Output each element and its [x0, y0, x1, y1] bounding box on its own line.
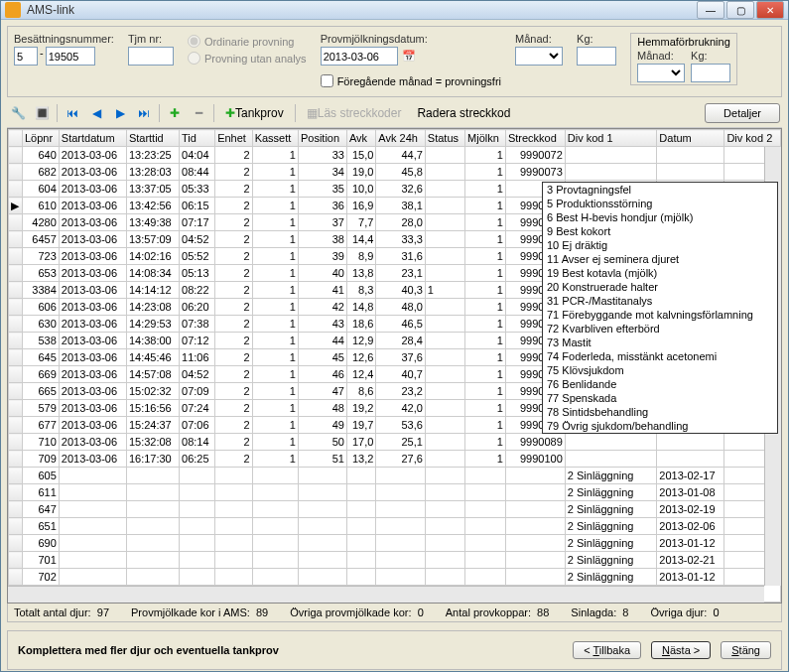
hemma-manad-label: Månad:: [637, 50, 685, 62]
tankprov-button[interactable]: ✚ Tankprov: [220, 104, 289, 122]
hemma-title: Hemmaförbrukning: [637, 36, 730, 48]
provdatum-input[interactable]: [321, 47, 398, 66]
column-header[interactable]: Avk 24h: [376, 130, 426, 147]
foregaende-checkbox[interactable]: [321, 71, 333, 90]
window-title: AMS-link: [27, 3, 697, 17]
provdatum-label: Provmjölkningsdatum:: [321, 33, 501, 45]
dropdown-item[interactable]: 19 Best kotavla (mjölk): [543, 266, 777, 280]
toolbar: 🔧 🔳 ⏮ ◀ ▶ ⏭ ✚ ━ ✚ Tankprov ▦ Läs streckk…: [7, 99, 782, 128]
app-window: AMS-link — ▢ ✕ Besättningsnummer: - Tjm …: [0, 0, 789, 672]
next-icon[interactable]: ▶: [111, 104, 129, 122]
dropdown-item[interactable]: 3 Provtagningsfel: [543, 183, 777, 197]
hemma-kg-input[interactable]: [691, 64, 730, 82]
tjm-input[interactable]: [128, 47, 174, 66]
column-header[interactable]: Div kod 1: [565, 130, 657, 147]
stang-button[interactable]: Stäng: [721, 641, 771, 659]
footer: Komplettera med fler djur och eventuella…: [7, 630, 782, 670]
hemma-group: Hemmaförbrukning Månad: Kg:: [630, 33, 737, 85]
table-row[interactable]: 6902 Sinläggning2013-01-12: [9, 535, 781, 552]
column-header[interactable]: Avk: [346, 130, 375, 147]
kg-input[interactable]: [577, 47, 616, 66]
table-row[interactable]: 6052 Sinläggning2013-02-17: [9, 468, 781, 484]
maximize-button[interactable]: ▢: [726, 1, 754, 19]
table-row[interactable]: 6472 Sinläggning2013-02-19: [9, 501, 781, 518]
nasta-button[interactable]: Nästa >: [651, 641, 711, 659]
add-icon[interactable]: ✚: [166, 104, 184, 122]
manad-select[interactable]: [515, 47, 563, 66]
table-row[interactable]: 7022 Sinläggning2013-01-12: [9, 569, 781, 586]
column-header[interactable]: Starttid: [126, 130, 179, 147]
tillbaka-button[interactable]: < Tillbaka: [573, 641, 641, 659]
dropdown-item[interactable]: 77 Spenskada: [543, 391, 777, 405]
column-header[interactable]: Div kod 2: [724, 130, 781, 147]
besattning-input-2[interactable]: [46, 47, 95, 66]
table-row[interactable]: 7102013-03-0615:32:0808:14215017,025,119…: [9, 434, 781, 451]
table-row[interactable]: 6112 Sinläggning2013-01-08: [9, 484, 781, 501]
besattning-input-1[interactable]: [14, 47, 38, 66]
column-header[interactable]: Löpnr: [23, 130, 60, 147]
table-row[interactable]: 6822013-03-0613:28:0308:44213419,045,819…: [9, 164, 781, 181]
column-header[interactable]: Kassett: [252, 130, 298, 147]
divkod1-dropdown[interactable]: 3 Provtagningsfel5 Produktionsstörning6 …: [542, 182, 778, 434]
column-header[interactable]: Status: [425, 130, 464, 147]
table-row[interactable]: 7092013-03-0616:17:3006:25215113,227,619…: [9, 451, 781, 468]
titlebar: AMS-link — ▢ ✕: [1, 1, 788, 20]
ordinarie-radio[interactable]: [188, 35, 200, 48]
las-streckkoder-button[interactable]: ▦ Läs streckkoder: [302, 104, 407, 122]
content-area: Besättningsnummer: - Tjm nr: Ordinarie p…: [1, 20, 788, 672]
filter-panel: Besättningsnummer: - Tjm nr: Ordinarie p…: [7, 26, 782, 97]
column-header[interactable]: Position: [298, 130, 346, 147]
foregaende-label: Föregående månad = provningsfri: [337, 75, 501, 87]
dropdown-item[interactable]: 75 Klövsjukdom: [543, 363, 777, 377]
hemma-kg-label: Kg:: [691, 50, 730, 62]
dropdown-item[interactable]: 9 Best kokort: [543, 224, 777, 238]
hemma-manad-select[interactable]: [637, 64, 685, 82]
column-header[interactable]: Enhet: [215, 130, 252, 147]
tool-icon-2[interactable]: 🔳: [33, 104, 51, 122]
dropdown-item[interactable]: 5 Produktionsstörning: [543, 197, 777, 210]
dropdown-item[interactable]: 10 Ej dräktig: [543, 238, 777, 252]
provning-radio-group: Ordinarie provning Provning utan analys: [188, 33, 307, 65]
remove-icon[interactable]: ━: [190, 104, 207, 122]
dropdown-item[interactable]: 76 Benlidande: [543, 377, 777, 391]
dropdown-item[interactable]: 72 Kvarbliven efterbörd: [543, 322, 777, 336]
dropdown-item[interactable]: 20 Konstruerade halter: [543, 280, 777, 294]
table-row[interactable]: 6402013-03-0613:23:2504:04213315,044,719…: [9, 147, 781, 164]
column-header[interactable]: Startdatum: [59, 130, 126, 147]
column-header[interactable]: Datum: [657, 130, 724, 147]
besattning-label: Besättningsnummer:: [14, 33, 114, 45]
prev-icon[interactable]: ◀: [87, 104, 105, 122]
dropdown-item[interactable]: 74 Foderleda, misstänkt acetonemi: [543, 349, 777, 363]
table-row[interactable]: 6512 Sinläggning2013-02-06: [9, 518, 781, 535]
dropdown-item[interactable]: 78 Sintidsbehandling: [543, 405, 777, 419]
radera-streckkod-button[interactable]: Radera streckkod: [412, 104, 515, 122]
kg-label: Kg:: [577, 33, 616, 45]
manad-label: Månad:: [515, 33, 563, 45]
utan-analys-radio[interactable]: [188, 52, 200, 65]
footer-message: Komplettera med fler djur och eventuella…: [18, 644, 563, 656]
tjm-label: Tjm nr:: [128, 33, 174, 45]
table-row[interactable]: 7012 Sinläggning2013-02-21: [9, 552, 781, 569]
dropdown-item[interactable]: 6 Best H-bevis hondjur (mjölk): [543, 210, 777, 224]
minimize-button[interactable]: —: [697, 1, 724, 19]
close-button[interactable]: ✕: [756, 1, 784, 19]
first-icon[interactable]: ⏮: [64, 104, 81, 122]
app-icon: [5, 2, 21, 18]
dropdown-item[interactable]: 79 Övrig sjukdom/behandling: [543, 419, 777, 433]
detaljer-button[interactable]: Detaljer: [705, 103, 780, 123]
column-header[interactable]: Tid: [180, 130, 215, 147]
dropdown-item[interactable]: 71 Förebyggande mot kalvningsförlamning: [543, 308, 777, 322]
column-header[interactable]: Streckkod: [505, 130, 565, 147]
dropdown-item[interactable]: 31 PCR-/Mastitanalys: [543, 294, 777, 308]
tool-icon-1[interactable]: 🔧: [9, 104, 27, 122]
dropdown-item[interactable]: 11 Avser ej seminera djuret: [543, 252, 777, 266]
calendar-icon[interactable]: 📅: [402, 50, 416, 63]
last-icon[interactable]: ⏭: [135, 104, 153, 122]
horizontal-scrollbar[interactable]: [8, 586, 764, 603]
dropdown-item[interactable]: 73 Mastit: [543, 336, 777, 349]
summary-bar: Totalt antal djur: 97 Provmjölkade kor i…: [7, 604, 782, 622]
data-grid: LöpnrStartdatumStarttidTidEnhetKassettPo…: [7, 128, 782, 604]
column-header[interactable]: Mjölkn: [465, 130, 506, 147]
